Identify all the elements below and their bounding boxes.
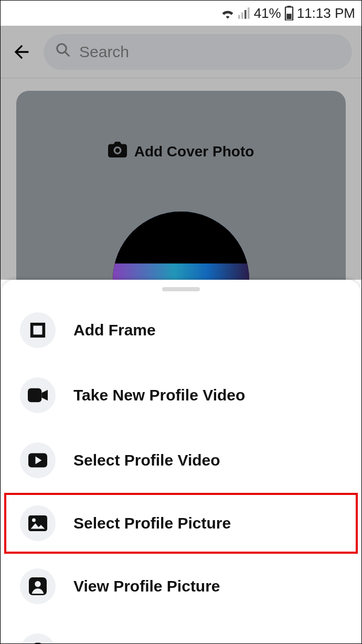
search-placeholder: Search [79, 43, 129, 61]
search-icon [55, 42, 71, 61]
option-label: Select Profile Video [73, 451, 220, 469]
search-input[interactable]: Search [44, 34, 352, 70]
option-select-profile-video[interactable]: Select Profile Video [1, 428, 361, 493]
avatar-icon [20, 634, 56, 644]
camera-icon [108, 141, 127, 162]
svg-rect-11 [28, 388, 41, 402]
option-label: Add Frame [73, 321, 156, 339]
cover-label-text: Add Cover Photo [134, 143, 254, 160]
play-icon [20, 442, 56, 478]
svg-rect-1 [241, 13, 243, 19]
option-select-profile-picture[interactable]: Select Profile Picture [4, 493, 358, 554]
profile-options-sheet: Add Frame Take New Profile Video Select … [1, 280, 361, 643]
svg-point-16 [35, 581, 40, 587]
person-icon [20, 568, 56, 604]
svg-rect-0 [238, 15, 240, 19]
svg-point-14 [32, 519, 36, 522]
option-add-frame[interactable]: Add Frame [1, 298, 361, 363]
option-label: View Profile Picture [73, 577, 220, 595]
add-cover-photo[interactable]: Add Cover Photo [16, 91, 346, 280]
background-dimmed: Search Add Cover Photo [1, 26, 361, 280]
svg-rect-2 [244, 10, 247, 19]
svg-rect-6 [286, 14, 291, 19]
svg-rect-3 [248, 7, 250, 19]
option-view-profile-picture[interactable]: View Profile Picture [1, 554, 361, 619]
option-label: Take New Profile Video [73, 386, 245, 404]
video-camera-icon [20, 377, 56, 413]
battery-percent: 41% [254, 5, 281, 22]
profile-picture[interactable] [113, 212, 249, 280]
battery-icon [284, 6, 294, 20]
option-make-avatar-profile-picture[interactable]: Make Avatar Profile Picture [1, 619, 361, 644]
svg-line-8 [65, 52, 69, 56]
status-bar: 41% 11:13 PM [1, 1, 361, 26]
back-button[interactable] [10, 40, 33, 64]
sheet-handle[interactable] [162, 287, 200, 291]
wifi-icon [220, 7, 235, 19]
picture-icon [20, 505, 56, 541]
option-take-profile-video[interactable]: Take New Profile Video [1, 363, 361, 428]
clock: 11:13 PM [297, 5, 355, 22]
signal-icon [238, 7, 251, 19]
option-label: Select Profile Picture [73, 514, 231, 532]
svg-rect-10 [34, 326, 42, 335]
frame-icon [20, 312, 56, 348]
